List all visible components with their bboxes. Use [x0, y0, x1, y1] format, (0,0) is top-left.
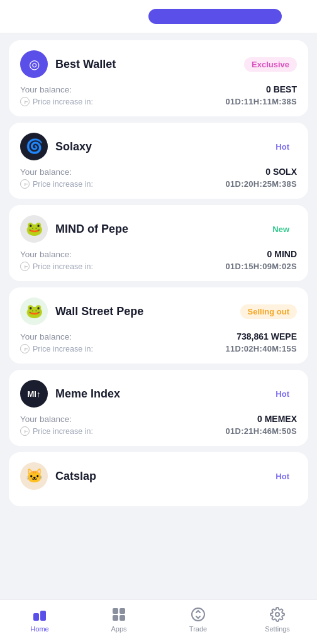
token-icon-meme-index: MI↑: [20, 380, 48, 408]
timer-value-mind-of-pepe: 01D:15H:09M:02S: [225, 262, 297, 271]
trade-icon: [190, 606, 206, 623]
token-badge-meme-index: Hot: [268, 387, 297, 401]
token-card-solaxy[interactable]: 🌀 Solaxy Hot Your balance: 0 SOLX Price …: [9, 123, 308, 199]
token-header: 🌀 Solaxy Hot: [20, 133, 297, 160]
token-card-wall-street-pepe[interactable]: 🐸 Wall Street Pepe Selling out Your bala…: [9, 287, 308, 364]
clock-icon-wall-street-pepe: [20, 344, 30, 353]
token-badge-solaxy: Hot: [268, 140, 297, 154]
token-left: 🐱 Catslap: [20, 462, 96, 490]
tab-bar: [0, 0, 317, 33]
svg-rect-5: [120, 615, 125, 621]
svg-rect-2: [113, 608, 118, 614]
timer-row-wall-street-pepe: Price increase in: 11D:02H:40M:15S: [20, 344, 297, 353]
nav-label-home: Home: [30, 625, 48, 633]
timer-value-meme-index: 01D:21H:46M:50S: [225, 426, 297, 436]
token-badge-best-wallet: Exclusive: [244, 57, 297, 72]
token-card-best-wallet[interactable]: ◎ Best Wallet Exclusive Your balance: 0 …: [9, 40, 308, 116]
timer-label-best-wallet: Price increase in:: [33, 97, 93, 106]
nav-label-settings: Settings: [265, 625, 290, 633]
token-icon-wall-street-pepe: 🐸: [20, 297, 48, 325]
nav-label-trade: Trade: [189, 625, 207, 633]
timer-row-mind-of-pepe: Price increase in: 01D:15H:09M:02S: [20, 262, 297, 271]
svg-rect-0: [33, 613, 39, 621]
token-name-solaxy: Solaxy: [55, 140, 92, 153]
timer-left-solaxy: Price increase in:: [20, 179, 93, 189]
timer-value-best-wallet: 01D:11H:11M:38S: [225, 97, 297, 106]
token-header: 🐸 MIND of Pepe New: [20, 215, 297, 243]
nav-item-settings[interactable]: Settings: [238, 606, 317, 633]
token-card-mind-of-pepe[interactable]: 🐸 MIND of Pepe New Your balance: 0 MIND …: [9, 205, 308, 281]
svg-rect-1: [40, 611, 46, 621]
token-card-meme-index[interactable]: MI↑ Meme Index Hot Your balance: 0 MEMEX…: [9, 370, 308, 446]
svg-rect-3: [120, 608, 125, 614]
token-icon-best-wallet: ◎: [20, 50, 48, 78]
token-icon-catslap: 🐱: [20, 462, 48, 490]
token-left: 🐸 Wall Street Pepe: [20, 297, 143, 325]
balance-value-best-wallet: 0 BEST: [266, 84, 297, 94]
token-header: MI↑ Meme Index Hot: [20, 380, 297, 408]
nav-item-home[interactable]: Home: [0, 606, 79, 633]
balance-row-best-wallet: Your balance: 0 BEST: [20, 84, 297, 94]
balance-row-solaxy: Your balance: 0 SOLX: [20, 167, 297, 177]
timer-row-best-wallet: Price increase in: 01D:11H:11M:38S: [20, 97, 297, 106]
home-icon: [31, 606, 48, 623]
apps-icon: [111, 606, 127, 623]
token-left: MI↑ Meme Index: [20, 380, 120, 408]
timer-left-meme-index: Price increase in:: [20, 426, 93, 436]
token-name-meme-index: Meme Index: [55, 387, 120, 401]
token-icon-solaxy: 🌀: [20, 133, 48, 160]
settings-icon: [269, 606, 286, 623]
token-name-catslap: Catslap: [55, 470, 96, 483]
balance-label-best-wallet: Your balance:: [20, 85, 72, 94]
nav-item-apps[interactable]: Apps: [79, 606, 158, 633]
timer-label-solaxy: Price increase in:: [33, 180, 93, 189]
balance-label-wall-street-pepe: Your balance:: [20, 332, 72, 341]
balance-row-mind-of-pepe: Your balance: 0 MIND: [20, 249, 297, 259]
timer-label-wall-street-pepe: Price increase in:: [33, 345, 93, 353]
token-left: ◎ Best Wallet: [20, 50, 116, 78]
nav-item-trade[interactable]: Trade: [158, 606, 238, 633]
clock-icon-best-wallet: [20, 97, 30, 106]
balance-value-wall-street-pepe: 738,861 WEPE: [236, 331, 297, 341]
tab-tokens[interactable]: [10, 9, 143, 24]
balance-label-solaxy: Your balance:: [20, 167, 72, 177]
token-badge-wall-street-pepe: Selling out: [240, 304, 297, 319]
timer-label-mind-of-pepe: Price increase in:: [33, 262, 93, 271]
token-card-catslap[interactable]: 🐱 Catslap Hot: [9, 452, 308, 506]
token-list: ◎ Best Wallet Exclusive Your balance: 0 …: [0, 33, 317, 599]
timer-value-solaxy: 01D:20H:25M:38S: [225, 179, 297, 189]
timer-row-solaxy: Price increase in: 01D:20H:25M:38S: [20, 179, 297, 189]
clock-icon-meme-index: [20, 426, 30, 436]
token-header: 🐸 Wall Street Pepe Selling out: [20, 297, 297, 325]
token-left: 🌀 Solaxy: [20, 133, 92, 160]
clock-icon-solaxy: [20, 179, 30, 189]
balance-value-mind-of-pepe: 0 MIND: [267, 249, 297, 259]
svg-point-7: [275, 613, 279, 616]
balance-label-mind-of-pepe: Your balance:: [20, 250, 72, 259]
timer-value-wall-street-pepe: 11D:02H:40M:15S: [225, 344, 297, 353]
timer-left-best-wallet: Price increase in:: [20, 97, 93, 106]
nav-label-apps: Apps: [111, 625, 126, 633]
svg-rect-4: [113, 615, 118, 621]
balance-label-meme-index: Your balance:: [20, 414, 72, 424]
timer-row-meme-index: Price increase in: 01D:21H:46M:50S: [20, 426, 297, 436]
balance-row-meme-index: Your balance: 0 MEMEX: [20, 414, 297, 424]
clock-icon-mind-of-pepe: [20, 262, 30, 271]
token-header: 🐱 Catslap Hot: [20, 462, 297, 490]
tab-upcoming-tokens[interactable]: [148, 9, 282, 24]
token-badge-catslap: Hot: [268, 469, 297, 484]
token-badge-mind-of-pepe: New: [265, 222, 297, 236]
token-left: 🐸 MIND of Pepe: [20, 215, 128, 243]
timer-left-wall-street-pepe: Price increase in:: [20, 344, 93, 353]
bottom-nav: Home Apps Trade Settings: [0, 599, 317, 644]
balance-value-meme-index: 0 MEMEX: [257, 414, 297, 424]
balance-row-wall-street-pepe: Your balance: 738,861 WEPE: [20, 331, 297, 341]
timer-left-mind-of-pepe: Price increase in:: [20, 262, 93, 271]
timer-label-meme-index: Price increase in:: [33, 427, 93, 436]
token-header: ◎ Best Wallet Exclusive: [20, 50, 297, 78]
balance-value-solaxy: 0 SOLX: [265, 167, 297, 177]
token-name-mind-of-pepe: MIND of Pepe: [55, 223, 128, 236]
token-name-wall-street-pepe: Wall Street Pepe: [55, 305, 143, 318]
token-name-best-wallet: Best Wallet: [55, 58, 116, 71]
token-icon-mind-of-pepe: 🐸: [20, 215, 48, 243]
